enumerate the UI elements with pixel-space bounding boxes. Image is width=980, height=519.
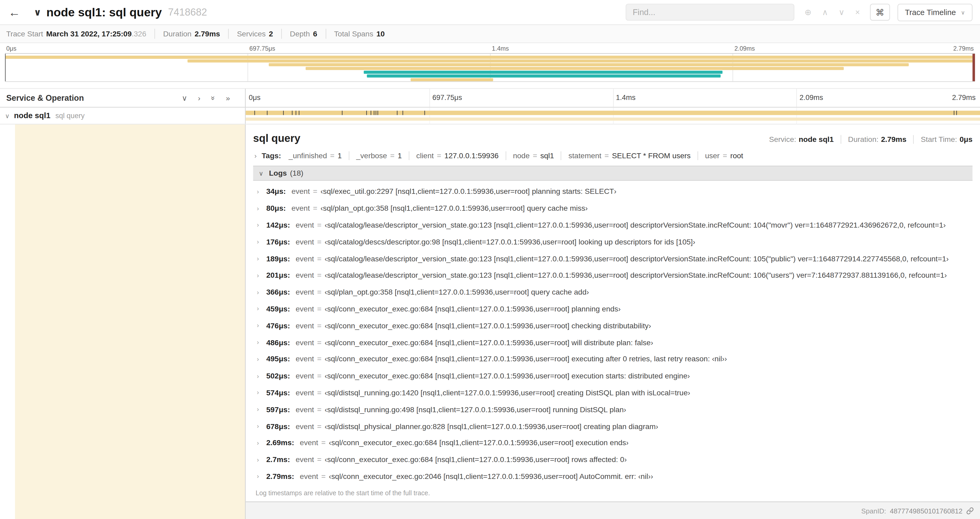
link-icon[interactable] xyxy=(966,508,974,515)
log-timestamp: 502μs: xyxy=(266,372,290,380)
span-row-name-cell[interactable]: ∨ node sql1 sql query xyxy=(0,108,245,124)
logs-title: Logs xyxy=(269,169,287,177)
log-field-value: ‹sql/distsql_running.go:1420 [nsql1,clie… xyxy=(325,388,690,397)
detail-column: sql query Service:node sql1 Duration:2.7… xyxy=(245,125,980,519)
prev-match-icon[interactable]: ∧ xyxy=(822,7,828,17)
span-row[interactable]: ∨ node sql1 sql query xyxy=(0,108,980,125)
span-id-value: 4877749850101760812 xyxy=(890,508,963,515)
tag-value: 1 xyxy=(338,152,342,160)
log-row[interactable]: › 142μs: event = ‹sql/catalog/lease/desc… xyxy=(257,217,972,234)
log-row[interactable]: › 34μs: event = ‹sql/exec_util.go:2297 [… xyxy=(257,183,972,200)
span-row-bar-cell[interactable] xyxy=(245,108,980,124)
log-equals: = xyxy=(317,388,322,397)
log-row[interactable]: › 486μs: event = ‹sql/conn_executor_exec… xyxy=(257,334,972,351)
chevron-right-icon: › xyxy=(257,222,266,228)
log-marker-tick xyxy=(295,111,296,115)
axis-tick-label: 2.09ms xyxy=(800,94,823,101)
span-id-label: SpanID: xyxy=(861,508,886,515)
minimap-scrubber-left[interactable] xyxy=(5,54,6,81)
collapse-one-icon[interactable]: ∨ xyxy=(182,93,187,102)
meta-service: Service:node sql1 xyxy=(762,135,840,144)
clear-search-icon[interactable]: × xyxy=(855,7,860,17)
log-row[interactable]: › 678μs: event = ‹sql/distsql_physical_p… xyxy=(257,418,972,434)
expand-all-icon[interactable]: » xyxy=(226,93,230,102)
tag-item: _verbose = 1 xyxy=(349,152,409,160)
log-row[interactable]: › 574μs: event = ‹sql/distsql_running.go… xyxy=(257,384,972,401)
log-equals: = xyxy=(321,439,326,447)
span-id-row: SpanID: 4877749850101760812 xyxy=(861,508,974,515)
chevron-right-icon: › xyxy=(257,406,266,413)
trace-header-collapse-icon[interactable]: ∨ xyxy=(34,6,41,18)
tag-item: user = root xyxy=(698,152,750,160)
log-row[interactable]: › 2.7ms: event = ‹sql/conn_executor_exec… xyxy=(257,451,972,468)
collapse-all-icon[interactable]: » xyxy=(208,96,217,100)
log-row[interactable]: › 2.79ms: event = ‹sql/conn_executor_exe… xyxy=(257,468,972,485)
back-button[interactable]: ← xyxy=(0,5,29,19)
span-collapse-icon[interactable]: ∨ xyxy=(5,112,10,119)
log-field-key: event xyxy=(291,204,310,212)
logs-header[interactable]: ∨ Logs (18) xyxy=(253,166,973,180)
chevron-right-icon: › xyxy=(257,423,266,430)
summary-suffix: .326 xyxy=(132,29,146,38)
summary-value: 2.79ms xyxy=(195,29,220,38)
span-detail-panel: sql query Service:node sql1 Duration:2.7… xyxy=(245,125,980,502)
summary-item: Depth 6 xyxy=(281,29,325,39)
focus-match-icon[interactable]: ⊕ xyxy=(805,7,811,17)
log-timestamp: 176μs: xyxy=(266,237,290,246)
log-row[interactable]: › 2.69ms: event = ‹sql/conn_executor_exe… xyxy=(257,434,972,452)
minimap-span-bar xyxy=(269,63,909,66)
log-field-value: ‹sql/catalog/lease/descriptor_version_st… xyxy=(325,254,949,263)
chevron-right-icon: › xyxy=(257,473,266,480)
trace-body: sql query Service:node sql1 Duration:2.7… xyxy=(0,125,980,519)
log-row[interactable]: › 597μs: event = ‹sql/distsql_running.go… xyxy=(257,401,972,418)
log-timestamp: 459μs: xyxy=(266,305,290,313)
log-marker-tick xyxy=(424,111,425,115)
log-timestamp: 2.79ms: xyxy=(266,472,294,481)
trace-summary-bar: Trace Start March 31 2022, 17:25:09 .326… xyxy=(0,25,980,43)
log-equals: = xyxy=(317,372,322,380)
minimap-tick-label: 2.79ms xyxy=(953,45,974,52)
log-equals: = xyxy=(317,221,322,230)
log-row[interactable]: › 189μs: event = ‹sql/catalog/lease/desc… xyxy=(257,250,972,267)
tag-key: _verbose xyxy=(356,152,387,160)
timeline-header: Service & Operation ∨ › » » 0μs 697.75μs… xyxy=(0,88,980,108)
minimap-span-bar xyxy=(5,56,975,59)
timeline-gridline xyxy=(613,89,613,107)
span-detail-header: sql query Service:node sql1 Duration:2.7… xyxy=(253,125,973,149)
tag-item: _unfinished = 1 xyxy=(289,152,349,160)
log-row[interactable]: › 495μs: event = ‹sql/conn_executor_exec… xyxy=(257,351,972,367)
log-equals: = xyxy=(317,321,322,330)
trace-timeline-page: ← ∨ node sql1: sql query 7418682 ⊕ ∧ ∨ ×… xyxy=(0,0,980,519)
log-timestamp: 2.69ms: xyxy=(266,439,294,447)
next-match-icon[interactable]: ∨ xyxy=(838,7,845,17)
log-row[interactable]: › 366μs: event = ‹sql/plan_opt.go:358 [n… xyxy=(257,284,972,301)
summary-label: Total Spans xyxy=(334,29,373,38)
log-marker-tick xyxy=(374,111,374,115)
minimap-scrubber-right[interactable] xyxy=(973,54,975,81)
trace-minimap: 0μs 697.75μs 1.4ms 2.09ms 2.79ms xyxy=(0,43,980,88)
summary-value: 6 xyxy=(313,29,317,38)
log-row[interactable]: › 80μs: event = ‹sql/plan_opt.go:358 [ns… xyxy=(257,200,972,217)
log-equals: = xyxy=(317,288,322,296)
log-field-value: ‹sql/conn_executor_exec.go:684 [nsql1,cl… xyxy=(325,455,627,464)
minimap-span-bar xyxy=(364,71,722,74)
chevron-right-icon: › xyxy=(257,372,266,379)
log-field-value: ‹sql/conn_executor_exec.go:2046 [nsql1,c… xyxy=(329,472,653,481)
log-row[interactable]: › 502μs: event = ‹sql/conn_executor_exec… xyxy=(257,367,972,385)
log-field-key: event xyxy=(296,271,314,280)
meta-value: 2.79ms xyxy=(881,135,907,144)
keyboard-shortcuts-button[interactable]: ⌘ xyxy=(870,4,890,21)
minimap-graph[interactable] xyxy=(5,53,975,82)
tags-row[interactable]: › Tags: _unfinished = 1 _verbose = 1 cli… xyxy=(253,149,973,166)
log-row[interactable]: › 176μs: event = ‹sql/catalog/descs/desc… xyxy=(257,233,972,250)
log-marker-tick xyxy=(376,111,377,115)
find-input[interactable] xyxy=(626,4,795,21)
expand-one-icon[interactable]: › xyxy=(198,93,200,102)
tag-key: client xyxy=(416,152,434,160)
log-row[interactable]: › 201μs: event = ‹sql/catalog/lease/desc… xyxy=(257,267,972,284)
log-row[interactable]: › 476μs: event = ‹sql/conn_executor_exec… xyxy=(257,317,972,334)
log-row[interactable]: › 459μs: event = ‹sql/conn_executor_exec… xyxy=(257,300,972,317)
log-timestamp: 597μs: xyxy=(266,405,290,414)
trace-view-dropdown[interactable]: Trace Timeline ∨ xyxy=(897,3,973,21)
timeline-gridline xyxy=(429,89,430,107)
